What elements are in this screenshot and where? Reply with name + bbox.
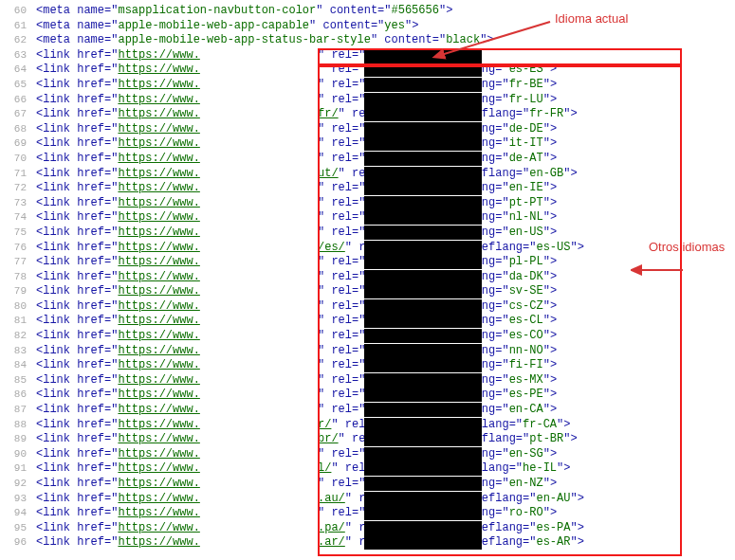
line-number: 90 — [0, 447, 36, 462]
code-content: <link href="https://www." rel="alternate… — [36, 122, 735, 137]
code-line: 67<link href="https://www.fr/" rel="alte… — [0, 107, 735, 122]
code-line: 85<link href="https://www." rel="alterna… — [0, 373, 735, 388]
code-content: <link href="https://www." rel="alternate… — [36, 314, 735, 329]
code-content: <link href="https://www." rel="alternate… — [36, 93, 735, 108]
line-number: 68 — [0, 122, 36, 137]
line-number: 63 — [0, 48, 36, 63]
code-line: 93<link href="https://www..au/" rel="alt… — [0, 492, 735, 507]
line-number: 86 — [0, 388, 36, 403]
code-content: <link href="https://www." rel="alternate… — [36, 299, 735, 315]
line-number: 77 — [0, 255, 36, 270]
code-content: <link href="https://www." rel="alternate… — [36, 255, 735, 270]
line-number: 89 — [0, 432, 36, 447]
line-number: 66 — [0, 93, 36, 108]
code-content: <meta name="apple-mobile-web-app-capable… — [36, 19, 735, 34]
code-content: <link href="https://www." rel="alternate… — [36, 477, 735, 492]
line-number: 87 — [0, 403, 36, 418]
code-line: 92<link href="https://www." rel="alterna… — [0, 477, 735, 492]
line-number: 60 — [0, 4, 36, 19]
code-line: 63<link href="https://www." rel="canonic… — [0, 48, 735, 63]
code-content: <link href="https://www." rel="alternate… — [36, 181, 735, 196]
code-line: 65<link href="https://www." rel="alterna… — [0, 78, 735, 93]
line-number: 71 — [0, 167, 36, 182]
code-line: 95<link href="https://www..pa/" rel="alt… — [0, 521, 735, 536]
line-number: 81 — [0, 314, 36, 329]
code-content: <link href="https://www.br/" rel="altern… — [36, 432, 735, 447]
line-number: 84 — [0, 358, 36, 373]
line-number: 92 — [0, 477, 36, 492]
code-editor: 60<meta name="msapplication-navbutton-co… — [0, 0, 735, 551]
line-number: 95 — [0, 521, 36, 536]
code-line: 83<link href="https://www." rel="alterna… — [0, 344, 735, 359]
code-content: <meta name="msapplication-navbutton-colo… — [36, 4, 735, 19]
code-line: 90<link href="https://www." rel="alterna… — [0, 447, 735, 462]
line-number: 62 — [0, 33, 36, 48]
line-number: 65 — [0, 78, 36, 93]
line-number: 74 — [0, 210, 36, 226]
line-number: 94 — [0, 506, 36, 521]
code-content: <link href="https://www..au/" rel="alter… — [36, 492, 735, 507]
code-line: 89<link href="https://www.br/" rel="alte… — [0, 432, 735, 447]
code-line: 73<link href="https://www." rel="alterna… — [0, 196, 735, 211]
annotation-current-label: Idioma actual — [555, 11, 628, 26]
code-content: <link href="https://www..pa/" rel="alter… — [36, 521, 735, 536]
code-line: 84<link href="https://www." rel="alterna… — [0, 358, 735, 373]
code-line: 80<link href="https://www." rel="alterna… — [0, 299, 735, 315]
code-line: 87<link href="https://www." rel="alterna… — [0, 403, 735, 418]
code-content: <link href="https://www." rel="alternate… — [36, 78, 735, 93]
line-number: 85 — [0, 373, 36, 388]
line-number: 72 — [0, 181, 36, 196]
code-content: <link href="https://www." rel="alternate… — [36, 329, 735, 344]
line-number: 88 — [0, 418, 36, 433]
line-number: 67 — [0, 107, 36, 122]
code-line: 72<link href="https://www." rel="alterna… — [0, 181, 735, 196]
code-line: 76<link href="https://www./es/" rel="alt… — [0, 241, 735, 256]
code-line: 96<link href="https://www..ar/" rel="alt… — [0, 535, 735, 551]
code-line: 70<link href="https://www." rel="alterna… — [0, 152, 735, 167]
code-line: 82<link href="https://www." rel="alterna… — [0, 329, 735, 344]
code-content: <link href="https://www.fr/" rel="altern… — [36, 107, 735, 122]
code-content: <link href="https://www." rel="alternate… — [36, 270, 735, 285]
line-number: 80 — [0, 299, 36, 315]
code-content: <link href="https://www." rel="alternate… — [36, 403, 735, 418]
code-line: 71<link href="https://www.ut/" rel="alte… — [0, 167, 735, 182]
line-number: 64 — [0, 63, 36, 78]
code-content: <link href="https://www." rel="alternate… — [36, 226, 735, 241]
code-line: 62<meta name="apple-mobile-web-app-statu… — [0, 33, 735, 48]
code-content: <link href="https://www." rel="alternate… — [36, 196, 735, 211]
line-number: 78 — [0, 270, 36, 285]
code-line: 69<link href="https://www." rel="alterna… — [0, 136, 735, 152]
code-line: 86<link href="https://www." rel="alterna… — [0, 388, 735, 403]
line-number: 96 — [0, 535, 36, 551]
code-content: <link href="https://www./es/" rel="alter… — [36, 241, 735, 256]
line-number: 76 — [0, 241, 36, 256]
code-content: <link href="https://www." rel="alternate… — [36, 210, 735, 226]
code-content: <link href="https://www..ar/" rel="alter… — [36, 535, 735, 551]
code-line: 64<link href="https://www." rel="alterna… — [0, 63, 735, 78]
line-number: 91 — [0, 461, 36, 477]
line-number: 93 — [0, 492, 36, 507]
code-content: <link href="https://www." rel="alternate… — [36, 447, 735, 462]
line-number: 83 — [0, 344, 36, 359]
code-content: <link href="https://www." rel="canonical… — [36, 48, 735, 63]
line-number: 70 — [0, 152, 36, 167]
code-content: <link href="https://www." rel="alternate… — [36, 152, 735, 167]
code-line: 74<link href="https://www." rel="alterna… — [0, 210, 735, 226]
code-content: <link href="https://www." rel="alternate… — [36, 373, 735, 388]
code-line: 66<link href="https://www." rel="alterna… — [0, 93, 735, 108]
code-content: <link href="https://www." rel="alternate… — [36, 506, 735, 521]
line-number: 79 — [0, 284, 36, 299]
code-line: 88<link href="https://www.r/" rel="alter… — [0, 418, 735, 433]
line-number: 82 — [0, 329, 36, 344]
code-content: <meta name="apple-mobile-web-app-status-… — [36, 33, 735, 48]
code-content: <link href="https://www." rel="alternate… — [36, 388, 735, 403]
code-content: <link href="https://www.r/" rel="alterna… — [36, 418, 735, 433]
code-content: <link href="https://www." rel="alternate… — [36, 344, 735, 359]
code-content: <link href="https://www." rel="alternate… — [36, 284, 735, 299]
annotation-others-label: Otros idiomas — [649, 240, 725, 254]
line-number: 61 — [0, 19, 36, 34]
line-number: 73 — [0, 196, 36, 211]
code-content: <link href="https://www." rel="alternate… — [36, 63, 735, 78]
code-content: <link href="https://www.l/" rel="alterna… — [36, 461, 735, 477]
code-line: 79<link href="https://www." rel="alterna… — [0, 284, 735, 299]
